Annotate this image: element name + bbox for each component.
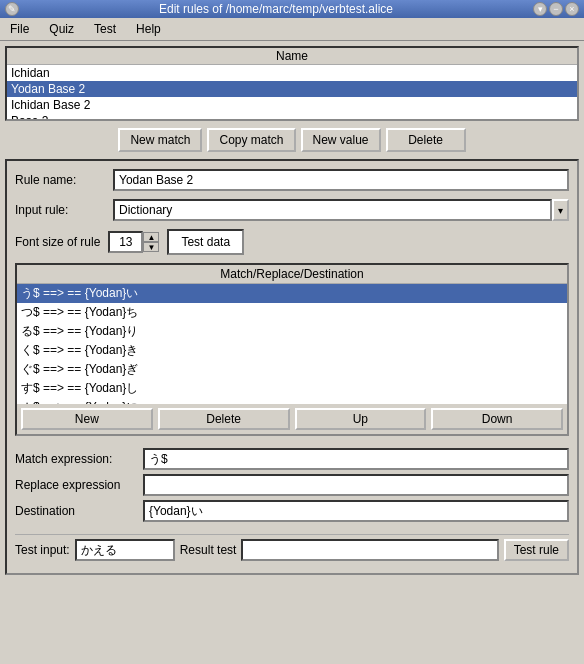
copy-match-button[interactable]: Copy match (207, 128, 295, 152)
delete-button[interactable]: Delete (386, 128, 466, 152)
menu-quiz[interactable]: Quiz (44, 20, 79, 38)
result-label: Result test (180, 543, 237, 557)
menu-help[interactable]: Help (131, 20, 166, 38)
close-icon[interactable]: × (565, 2, 579, 16)
test-rule-button[interactable]: Test rule (504, 539, 569, 561)
match-list[interactable]: う$ ==> == {Yodan}い つ$ ==> == {Yodan}ち る$… (17, 284, 567, 404)
match-item[interactable]: ぐ$ ==> == {Yodan}ぎ (17, 360, 567, 379)
input-rule-label: Input rule: (15, 203, 105, 217)
rule-panel: Rule name: Input rule: ▾ Font size of ru… (5, 159, 579, 575)
menu-test[interactable]: Test (89, 20, 121, 38)
match-header: Match/Replace/Destination (17, 265, 567, 284)
font-size-spinner[interactable]: ▲ ▼ (143, 232, 159, 252)
delete-match-button[interactable]: Delete (158, 408, 290, 430)
match-item[interactable]: る$ ==> == {Yodan}り (17, 322, 567, 341)
match-expr-label: Match expression: (15, 452, 135, 466)
down-button[interactable]: Down (431, 408, 563, 430)
window-title: Edit rules of /home/marc/temp/verbtest.a… (19, 2, 533, 16)
destination-row: Destination (15, 500, 569, 522)
match-item[interactable]: つ$ ==> == {Yodan}ち (17, 303, 567, 322)
new-match-button[interactable]: New match (118, 128, 202, 152)
font-size-label: Font size of rule (15, 235, 100, 249)
new-button[interactable]: New (21, 408, 153, 430)
font-size-row: Font size of rule ▲ ▼ Test data (15, 229, 569, 255)
rule-name-row: Rule name: (15, 169, 569, 191)
destination-label: Destination (15, 504, 135, 518)
expressions-section: Match expression: Replace expression Des… (15, 444, 569, 526)
result-input[interactable] (241, 539, 498, 561)
app-icon: ✎ (5, 2, 19, 16)
font-size-input[interactable] (108, 231, 143, 253)
rule-name-label: Rule name: (15, 173, 105, 187)
match-section: Match/Replace/Destination う$ ==> == {Yod… (15, 263, 569, 436)
replace-expr-label: Replace expression (15, 478, 135, 492)
replace-expr-row: Replace expression (15, 474, 569, 496)
match-item[interactable]: う$ ==> == {Yodan}い (17, 284, 567, 303)
match-expr-row: Match expression: (15, 448, 569, 470)
match-expr-input[interactable] (143, 448, 569, 470)
list-item[interactable]: Base 2 (7, 113, 577, 121)
test-label: Test input: (15, 543, 70, 557)
name-list[interactable]: Name Ichidan Yodan Base 2 Ichidan Base 2… (5, 46, 579, 121)
list-item[interactable]: Ichidan Base 2 (7, 97, 577, 113)
match-toolbar: New Delete Up Down (17, 404, 567, 434)
input-rule-dropdown[interactable]: ▾ (113, 199, 569, 221)
input-rule-value[interactable] (113, 199, 552, 221)
destination-input[interactable] (143, 500, 569, 522)
match-item[interactable]: す$ ==> == {Yodan}し (17, 379, 567, 398)
spin-down-button[interactable]: ▼ (143, 242, 159, 252)
title-bar-right-icons[interactable]: ▾ − × (533, 2, 579, 16)
test-data-box: Test data (167, 229, 244, 255)
list-item[interactable]: Yodan Base 2 (7, 81, 577, 97)
spin-up-button[interactable]: ▲ (143, 232, 159, 242)
menu-bar: File Quiz Test Help (0, 18, 584, 41)
name-list-section: Name Ichidan Yodan Base 2 Ichidan Base 2… (5, 46, 579, 121)
new-value-button[interactable]: New value (301, 128, 381, 152)
replace-expr-input[interactable] (143, 474, 569, 496)
menu-file[interactable]: File (5, 20, 34, 38)
test-input[interactable] (75, 539, 175, 561)
match-item[interactable]: く$ ==> == {Yodan}き (17, 341, 567, 360)
test-row: Test input: Result test Test rule (15, 534, 569, 565)
input-rule-row: Input rule: ▾ (15, 199, 569, 221)
title-bar: ✎ Edit rules of /home/marc/temp/verbtest… (0, 0, 584, 18)
list-item[interactable]: Ichidan (7, 65, 577, 81)
title-bar-left-icons[interactable]: ✎ (5, 2, 19, 16)
dropdown-icon[interactable]: ▾ (533, 2, 547, 16)
main-content: Name Ichidan Yodan Base 2 Ichidan Base 2… (0, 41, 584, 580)
rule-name-input[interactable] (113, 169, 569, 191)
up-button[interactable]: Up (295, 408, 427, 430)
minimize-icon[interactable]: − (549, 2, 563, 16)
main-toolbar: New match Copy match New value Delete (5, 125, 579, 155)
name-list-header: Name (7, 48, 577, 65)
dropdown-arrow-button[interactable]: ▾ (552, 199, 569, 221)
